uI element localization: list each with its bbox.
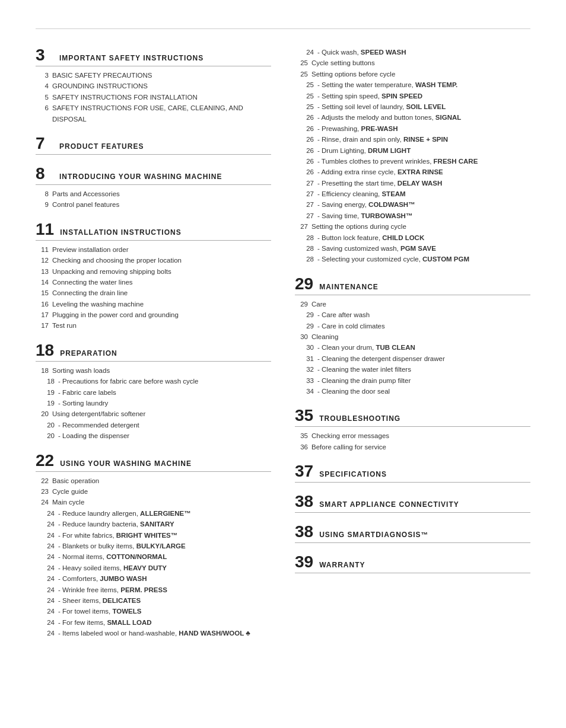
toc-entry: 11Preview installation order [36,244,271,255]
section-number: 3 [36,47,53,63]
toc-section: 22USING YOUR WASHING MACHINE22Basic oper… [36,452,271,639]
toc-page-number: 26 [301,134,314,145]
toc-entry-label: Care [311,299,326,309]
toc-entry: 20- Loading the dispenser [36,430,271,441]
toc-entry-label: - Comforters, JUMBO WASH [58,573,147,584]
toc-entry-label: - Drum Lighting, DRUM LIGHT [317,145,411,156]
toc-page-number: 29 [301,309,314,320]
toc-entry: 27- Saving time, TURBOWASH™ [295,210,530,221]
toc-entry: 18- Precautions for fabric care before w… [36,376,271,387]
section-number: 38 [295,493,313,510]
toc-page-number: 24 [42,595,55,606]
toc-page-number: 27 [301,189,314,199]
toc-entry-label: Preview installation order [52,244,128,255]
toc-entry: 15Connecting the drain line [36,288,271,298]
toc-entry-label: Setting options before cycle [311,69,395,79]
section-title: USING SMARTDIAGNOSIS™ [319,531,428,539]
section-number: 22 [36,452,54,469]
toc-entry: 28- Saving customized wash, PGM SAVE [295,243,530,254]
toc-entry: 24- For white fabrics, BRIGHT WHITES™ [36,530,271,541]
toc-entry-label: SAFETY INSTRUCTIONS FOR INSTALLATION [52,92,198,103]
toc-entry-label: - Fabric care labels [58,387,116,398]
toc-entry: 8Parts and Accessories [36,189,271,199]
toc-page-number: 24 [42,628,55,638]
toc-entry: 24- Items labeled wool or hand-washable,… [36,628,271,638]
toc-page-number: 26 [301,156,314,167]
toc-entry: 27- Saving energy, COLDWASH™ [295,199,530,210]
toc-entry: 24- Reduce laundry bacteria, SANITARY [36,519,271,529]
toc-entry: 24- Normal items, COTTON/NORMAL [36,551,271,562]
toc-page-number: 24 [42,530,55,541]
toc-section: 39WARRANTY [295,554,530,573]
toc-entry: 23Cycle guide [36,486,271,497]
toc-entry-label: - Reduce laundry bacteria, SANITARY [58,519,174,529]
toc-entry-label: - Reduce laundry allergen, ALLERGIENE™ [58,508,191,519]
section-number: 29 [295,276,313,292]
toc-entry: 24- Sheer items, DELICATES [36,595,271,606]
toc-entry-label: - For few items, SMALL LOAD [58,617,152,628]
section-number: 11 [36,221,54,238]
toc-section: 38USING SMARTDIAGNOSIS™ [295,523,530,543]
section-title: TROUBLESHOOTING [319,414,400,423]
toc-entry: 24- Wrinkle free items, PERM. PRESS [36,585,271,595]
section-heading: 37SPECIFICATIONS [295,463,530,483]
toc-entry: 33- Cleaning the drain pump filter [295,375,530,386]
toc-entry-label: Main cycle [52,497,84,507]
toc-entry: 20- Recommended detergent [36,420,271,430]
toc-section: 3IMPORTANT SAFETY INSTRUCTIONS3BASIC SAF… [36,47,271,124]
toc-entry: 32- Cleaning the water inlet filters [295,364,530,375]
toc-entry-label: - Setting the water temperature, WASH TE… [317,79,457,90]
toc-entry-label: - Saving customized wash, PGM SAVE [317,243,436,254]
toc-section: 35TROUBLESHOOTING35Checking error messag… [295,407,530,452]
toc-entry: 4GROUNDING INSTRUCTIONS [36,81,271,91]
toc-page-number: 24 [42,585,55,595]
toc-page-number: 24 [42,541,55,551]
toc-entry-label: Control panel features [52,199,119,210]
toc-page-number: 16 [36,299,49,309]
toc-page-number: 3 [36,70,49,81]
toc-entry-label: - Efficiency cleaning, STEAM [317,189,406,199]
toc-entry-label: Leveling the washing machine [52,299,144,309]
toc-container: 3IMPORTANT SAFETY INSTRUCTIONS3BASIC SAF… [36,47,530,649]
toc-entry: 17Plugging in the power cord and groundi… [36,309,271,320]
toc-page-number: 15 [36,288,49,298]
toc-entry-label: - Setting soil level of laundry, SOIL LE… [317,101,446,112]
toc-entry: 25- Setting soil level of laundry, SOIL … [295,101,530,112]
toc-entry-label: Parts and Accessories [52,189,120,199]
section-title: MAINTENANCE [319,283,379,291]
toc-page-number: 30 [301,342,314,353]
toc-page-number: 5 [36,92,49,103]
toc-entry: 26- Rinse, drain and spin only, RINSE + … [295,134,530,145]
toc-page-number: 36 [295,442,308,452]
toc-entry: 25Cycle setting buttons [295,58,530,68]
toc-page-number: 24 [42,573,55,584]
toc-entry-label: - Quick wash, SPEED WASH [317,47,406,58]
toc-section: 7PRODUCT FEATURES [36,135,271,155]
toc-entry-label: - Cleaning the drain pump filter [317,375,411,386]
toc-page-number: 18 [42,376,55,387]
section-title: PREPARATION [60,349,117,357]
toc-entry-label: SAFETY INSTRUCTIONS FOR USE, CARE, CLEAN… [52,103,271,124]
page-header [36,24,530,29]
toc-entry-label: BASIC SAFETY PRECAUTIONS [52,70,152,81]
toc-entry-label: - Loading the dispenser [58,430,129,441]
toc-entry-label: - Items labeled wool or hand-washable, H… [58,628,250,638]
section-heading: 7PRODUCT FEATURES [36,135,271,155]
toc-page-number: 27 [301,199,314,210]
toc-entry: 22Basic operation [36,475,271,486]
toc-section: 8INTRODUCING YOUR WASHING MACHINE8Parts … [36,165,271,210]
section-title: WARRANTY [319,561,365,569]
toc-page-number: 28 [301,232,314,243]
toc-page-number: 24 [42,606,55,617]
toc-entry: 34- Cleaning the door seal [295,386,530,397]
toc-entry: 26- Adding extra rinse cycle, EXTRA RINS… [295,167,530,177]
toc-entry-label: - Cleaning the door seal [317,386,390,397]
section-title: SPECIFICATIONS [319,470,387,478]
toc-page-number: 13 [36,266,49,277]
toc-entry: 31- Cleaning the detergent dispenser dra… [295,353,530,364]
toc-entry-label: - Cleaning the detergent dispenser drawe… [317,353,445,364]
toc-entry-label: - Wrinkle free items, PERM. PRESS [58,585,167,595]
toc-entry: 26- Tumbles clothes to prevent wrinkles,… [295,156,530,167]
toc-page-number: 24 [301,47,314,58]
section-number: 8 [36,165,53,182]
